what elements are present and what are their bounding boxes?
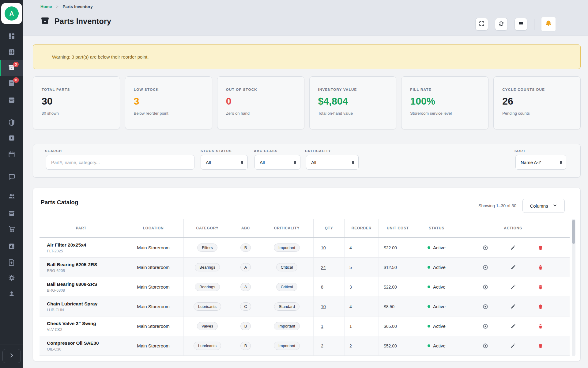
store-icon — [8, 209, 15, 218]
qty-link[interactable]: 10 — [321, 245, 326, 250]
view-button[interactable] — [481, 302, 490, 311]
filter-bar: SEARCH STOCK STATUS All ABC CLASS All CR… — [33, 144, 581, 178]
edit-button[interactable] — [508, 243, 518, 252]
refresh-button[interactable] — [495, 18, 508, 31]
delete-button[interactable] — [536, 263, 545, 272]
edit-button[interactable] — [508, 282, 518, 292]
hamburger-icon — [518, 21, 524, 28]
sidebar-item-profile[interactable] — [0, 286, 23, 302]
sort-label: SORT — [514, 149, 526, 153]
shield-icon — [8, 119, 15, 128]
sidebar-item-safety[interactable] — [0, 115, 23, 131]
menu-button[interactable] — [514, 18, 527, 31]
warning-banner: Warning: 3 part(s) are below their reord… — [33, 44, 581, 69]
calendar-icon — [8, 151, 15, 159]
part-code: VLV-CK2 — [47, 328, 62, 332]
delete-button[interactable] — [536, 243, 545, 252]
search-input[interactable] — [46, 155, 194, 170]
abc-class-label: ABC CLASS — [254, 149, 278, 153]
delete-button[interactable] — [536, 341, 545, 351]
status-badge: Active — [433, 324, 446, 329]
table-row: Compressor Oil SAE30OIL-C30 Main Storero… — [40, 336, 570, 356]
abc-class-select[interactable]: All — [254, 155, 300, 170]
part-code: FLT-2025 — [47, 249, 63, 253]
part-code: LUB-CHN — [47, 308, 64, 312]
abc-chip: B — [240, 243, 251, 252]
status-badge: Active — [433, 265, 446, 270]
status-badge: Active — [433, 245, 446, 250]
parts-table: PART LOCATION CATEGORY ABC CRITICALITY Q… — [40, 219, 570, 356]
qty-link[interactable]: 10 — [321, 304, 326, 309]
plus-square-icon — [8, 134, 15, 143]
bar-chart-icon — [8, 243, 15, 251]
abc-chip: B — [240, 322, 251, 330]
edit-button[interactable] — [508, 322, 518, 331]
part-name: Check Valve 2" Swing — [47, 321, 96, 326]
sidebar-item-schedule[interactable] — [0, 93, 23, 109]
catalog-title: Parts Catalog — [41, 199, 78, 206]
part-code: BRG-6205 — [47, 269, 65, 273]
delete-button[interactable] — [536, 302, 545, 311]
sidebar-divider — [0, 344, 23, 344]
sidebar-item-assets[interactable] — [0, 45, 23, 61]
sidebar-item-team[interactable] — [0, 189, 23, 205]
view-button[interactable] — [481, 341, 490, 351]
part-name: Ball Bearing 6308-2RS — [47, 282, 97, 287]
sidebar-item-messages[interactable] — [0, 169, 23, 185]
person-icon — [8, 290, 15, 299]
edit-button[interactable] — [508, 302, 518, 311]
sidebar-item-purchasing[interactable] — [0, 221, 23, 237]
table-scrollbar-thumb[interactable] — [572, 220, 575, 244]
delete-button[interactable] — [536, 282, 545, 292]
status-badge: Active — [433, 284, 446, 289]
view-button[interactable] — [481, 322, 490, 331]
gear-icon — [8, 274, 15, 283]
sidebar-item-calendar[interactable] — [0, 147, 23, 163]
qty-link[interactable]: 1 — [321, 324, 323, 329]
stock-status-select[interactable]: All — [201, 155, 248, 170]
qty-link[interactable]: 8 — [321, 285, 323, 289]
avatar[interactable]: A — [1, 3, 22, 24]
sidebar-item-work-orders[interactable]: 11 — [0, 76, 23, 92]
status-dot — [428, 325, 430, 328]
stock-status-label: STOCK STATUS — [201, 149, 232, 153]
view-button[interactable] — [481, 263, 490, 272]
status-badge: Active — [433, 343, 446, 348]
sidebar-item-reports[interactable] — [0, 239, 23, 255]
expand-sidebar-button[interactable] — [2, 349, 21, 363]
parts-badge: 3 — [13, 62, 19, 67]
fullscreen-button[interactable] — [475, 18, 488, 31]
unit-cost: $22.00 — [379, 238, 417, 257]
edit-button[interactable] — [508, 263, 518, 272]
status-dot — [428, 305, 430, 308]
table-row: Check Valve 2" SwingVLV-CK2 Main Storero… — [40, 316, 570, 336]
sidebar-item-storeroom[interactable] — [0, 206, 23, 222]
sidebar-item-add[interactable] — [0, 131, 23, 147]
dropdown-marker-icon — [294, 161, 296, 164]
columns-button[interactable]: Columns — [522, 199, 565, 213]
sidebar-item-export[interactable] — [0, 255, 23, 271]
grid-table-icon — [8, 48, 15, 57]
category-chip: Bearings — [195, 283, 220, 291]
delete-button[interactable] — [536, 322, 545, 331]
sidebar-item-parts-inventory[interactable]: 3 — [0, 60, 23, 76]
edit-button[interactable] — [508, 341, 518, 351]
part-name: Air Filter 20x25x4 — [47, 242, 86, 248]
status-badge: Active — [433, 304, 446, 309]
category-chip: Bearings — [195, 263, 220, 271]
qty-link[interactable]: 2 — [321, 343, 323, 348]
chevron-right-icon — [9, 352, 15, 360]
part-code: OIL-C30 — [47, 347, 61, 351]
breadcrumb-home-link[interactable]: Home — [40, 4, 52, 9]
sidebar-item-settings[interactable] — [0, 270, 23, 286]
notifications-button[interactable] — [541, 17, 556, 32]
view-button[interactable] — [481, 243, 490, 252]
criticality-chip: Standard — [274, 302, 300, 311]
criticality-select[interactable]: All — [306, 155, 359, 170]
view-button[interactable] — [481, 282, 490, 292]
sidebar-item-dashboard[interactable] — [0, 29, 23, 45]
qty-link[interactable]: 24 — [321, 265, 326, 270]
stat-card-total-parts: TOTAL PARTS 30 30 shown — [33, 76, 120, 129]
sort-select[interactable]: Name A-Z — [515, 155, 566, 170]
part-name: Compressor Oil SAE30 — [47, 340, 99, 346]
